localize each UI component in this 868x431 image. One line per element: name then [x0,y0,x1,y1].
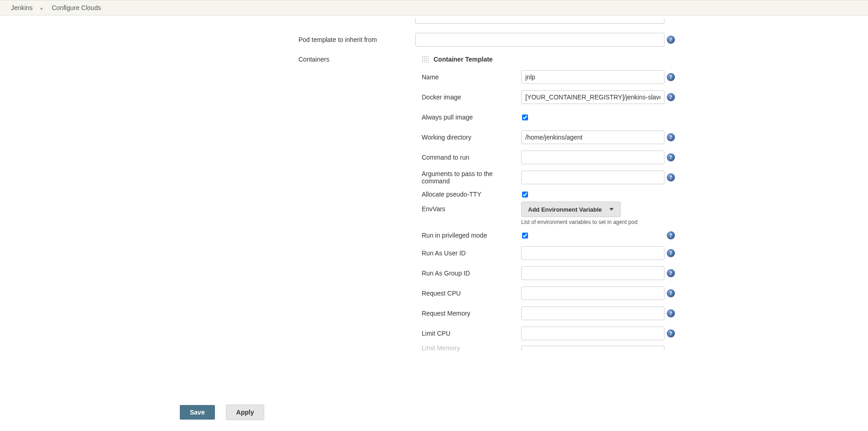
help-icon[interactable]: ? [667,231,675,239]
label-args: Arguments to pass to the command [422,170,521,185]
request-cpu-input[interactable] [521,286,664,300]
label-working-dir: Working directory [422,134,521,141]
label-always-pull: Always pull image [422,114,521,121]
label-limit-cpu: Limit CPU [422,330,521,337]
help-icon[interactable]: ? [667,153,675,161]
help-icon[interactable]: ? [667,93,675,101]
help-icon[interactable]: ? [667,249,675,257]
privileged-checkbox[interactable] [522,233,528,239]
add-env-var-label: Add Environment Variable [528,206,602,213]
run-as-user-input[interactable] [521,246,664,260]
help-icon[interactable]: ? [667,329,675,338]
help-icon[interactable]: ? [667,36,675,44]
help-icon[interactable]: ? [667,73,675,81]
label-docker-image: Docker image [422,93,521,101]
add-env-var-button[interactable]: Add Environment Variable [521,202,621,217]
always-pull-checkbox[interactable] [522,114,528,120]
chevron-right-icon: ▸ [41,5,43,11]
label-limit-memory: Limit Memory [422,344,521,352]
args-input[interactable] [521,171,664,184]
command-input[interactable] [521,151,664,164]
help-icon[interactable]: ? [667,269,675,277]
name-input[interactable] [521,70,664,84]
container-template-title: Container Template [434,56,493,63]
label-name: Name [422,73,521,81]
pod-template-inherit-input[interactable] [415,33,664,47]
label-containers: Containers [298,56,415,353]
help-icon[interactable]: ? [667,289,675,297]
breadcrumb-home[interactable]: Jenkins [11,4,32,11]
allocate-tty-checkbox[interactable] [522,192,528,197]
label-pod-template-inherit: Pod template to inherit from [298,36,415,43]
request-memory-input[interactable] [521,306,664,320]
help-icon[interactable]: ? [667,133,675,141]
breadcrumb-current[interactable]: Configure Clouds [52,4,101,11]
caret-down-icon [609,208,614,211]
label-allocate-tty: Allocate pseudo-TTY [422,191,521,198]
label-run-as-group: Run As Group ID [422,270,521,277]
drag-handle-icon[interactable] [422,56,429,63]
breadcrumb: Jenkins ▸ Configure Clouds [0,0,868,16]
working-dir-input[interactable] [521,130,664,144]
label-request-memory: Request Memory [422,310,521,317]
limit-cpu-input[interactable] [521,327,664,340]
envvars-help-text: List of environment variables to set in … [521,219,638,225]
limit-memory-input-partial[interactable] [521,346,664,350]
container-template-header: Container Template [422,56,677,63]
label-request-cpu: Request CPU [422,290,521,297]
docker-image-input[interactable] [521,90,664,104]
label-run-as-user: Run As User ID [422,249,521,257]
previous-input-partial[interactable] [415,18,664,24]
help-icon[interactable]: ? [667,309,675,317]
label-privileged: Run in privileged mode [422,232,521,239]
help-icon[interactable]: ? [667,173,675,182]
run-as-group-input[interactable] [521,266,664,280]
label-envvars: EnvVars [422,202,521,213]
label-command: Command to run [422,154,521,161]
